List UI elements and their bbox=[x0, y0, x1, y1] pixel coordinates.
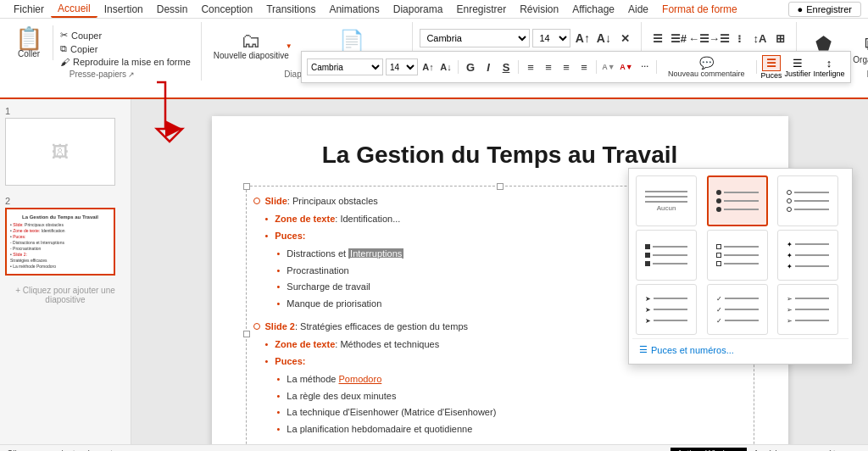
bullet-none-option[interactable]: Aucun bbox=[636, 175, 697, 226]
slide-thumb-2[interactable]: 2 La Gestion du Temps au Travail • Slide… bbox=[5, 196, 125, 276]
bullet-circle bbox=[253, 198, 260, 204]
reproduire-button[interactable]: 🖌 Reproduire la mise en forme bbox=[57, 56, 194, 68]
format-painter-icon: 🖌 bbox=[60, 57, 70, 67]
slide-panel: 1 🖼 2 La Gestion du Temps au Travail • S… bbox=[0, 99, 131, 444]
arrow2-preview: ➢ ➢ ➢ bbox=[787, 295, 829, 325]
slide-mini-title: La Gestion du Temps au Travail bbox=[10, 214, 110, 220]
filled-circle-preview bbox=[716, 190, 759, 212]
bullet-empty-circle-option[interactable] bbox=[777, 175, 838, 226]
menu-dessin[interactable]: Dessin bbox=[150, 2, 195, 17]
bullet: • bbox=[265, 354, 269, 370]
slide-img-1[interactable]: 🖼 bbox=[5, 118, 115, 186]
copy-icon: ⧉ bbox=[60, 43, 67, 54]
menu-conception[interactable]: Conception bbox=[194, 2, 259, 17]
menu-revision[interactable]: Révision bbox=[513, 2, 565, 17]
bullet-arrow1-option[interactable]: ➤ ➤ ➤ bbox=[636, 284, 697, 335]
font-size-decrease-button[interactable]: A↓ bbox=[594, 29, 613, 47]
star-preview: ✦ ✦ ✦ bbox=[787, 241, 829, 270]
bullet-empty-square-option[interactable] bbox=[707, 230, 768, 281]
clipboard-label: Presse-papiers ↗ bbox=[10, 68, 194, 81]
check-preview: ✓ ✓ ✓ bbox=[716, 295, 759, 325]
menu-bar: Fichier Accueil Insertion Dessin Concept… bbox=[0, 0, 868, 19]
paste-icon: 📋 bbox=[15, 27, 42, 49]
handle-tl[interactable] bbox=[243, 183, 250, 190]
bullet: • bbox=[265, 211, 269, 227]
zone-text2: Zone de texte: Méthodes et techniques bbox=[275, 337, 439, 353]
none-label: Aucun bbox=[657, 204, 676, 212]
arrow1-preview: ➤ ➤ ➤ bbox=[645, 295, 687, 325]
new-slide-icon: 🗂 bbox=[241, 31, 261, 51]
empty-sq-preview bbox=[716, 244, 759, 266]
status-right: Activer Windows Accédez aux paramètres p… bbox=[670, 448, 861, 451]
bullet: • bbox=[265, 337, 269, 353]
puces2-label: Puces: bbox=[275, 354, 305, 370]
pomodoro-link: Pomodoro bbox=[339, 374, 382, 384]
none-preview bbox=[645, 191, 687, 203]
font-size-select[interactable]: 14 bbox=[532, 29, 570, 47]
columns-button[interactable]: ⫶ bbox=[730, 29, 748, 47]
windows-activate-badge[interactable]: Activer Windows bbox=[670, 448, 747, 451]
cut-icon: ✂ bbox=[60, 30, 68, 41]
ribbon-clipboard: 📋 Coller ✂ Couper ⧉ Copier bbox=[3, 22, 202, 81]
arrange-icon: ⧉ bbox=[865, 33, 868, 55]
nouvelle-diapo-button[interactable]: 🗂 Nouvelle diapositive ▼ bbox=[209, 29, 294, 62]
slide-num-2: 2 bbox=[5, 196, 125, 206]
font-name-select[interactable]: Cambria bbox=[420, 29, 530, 47]
menu-animations[interactable]: Animations bbox=[322, 2, 386, 17]
bottom-bar: Cliquez pour ajouter des notes Activer W… bbox=[0, 444, 868, 451]
bullets-button[interactable]: ☰ bbox=[648, 29, 667, 47]
text-direction-button[interactable]: ↕A bbox=[750, 29, 769, 47]
bullet-dropdown: Aucun bbox=[628, 168, 853, 365]
menu-fichier[interactable]: Fichier bbox=[7, 2, 51, 17]
highlighted-word: Interruptions bbox=[348, 248, 403, 259]
puces-label: Puces: bbox=[275, 228, 305, 244]
empty-circle-preview bbox=[787, 190, 829, 212]
text-align-button[interactable]: ⊞ bbox=[771, 29, 789, 47]
slide-title: La Gestion du Temps au Travail bbox=[246, 142, 754, 169]
bullet-numbers-link[interactable]: ☰ Puces et numéros... bbox=[632, 338, 849, 360]
menu-insertion[interactable]: Insertion bbox=[97, 2, 150, 17]
bullet-row: • La technique d'Eisenhower (Matrice d'E… bbox=[277, 404, 747, 420]
numbering-button[interactable]: ☰# bbox=[669, 29, 687, 47]
indent-increase-button[interactable]: →☰ bbox=[709, 29, 728, 47]
menu-format-forme[interactable]: Format de forme bbox=[655, 2, 744, 17]
reuse-slides-icon: 📄 bbox=[339, 31, 364, 51]
list-icon: ☰ bbox=[639, 344, 648, 355]
zone-text-label: Zone de texte: Identification... bbox=[275, 211, 400, 227]
menu-accueil[interactable]: Accueil bbox=[51, 1, 97, 18]
bullet: • bbox=[265, 228, 269, 244]
bullet-star-option[interactable]: ✦ ✦ ✦ bbox=[777, 230, 838, 281]
menu-diaporama[interactable]: Diaporama bbox=[387, 2, 450, 17]
slide-thumb-1[interactable]: 1 🖼 bbox=[5, 106, 125, 186]
clear-format-button[interactable]: ✕ bbox=[615, 29, 634, 47]
indent-decrease-button[interactable]: ←☰ bbox=[689, 29, 708, 47]
bullet-check-option[interactable]: ✓ ✓ ✓ bbox=[707, 284, 768, 335]
mic-icon: ● bbox=[798, 4, 804, 14]
menu-enregistrer[interactable]: Enregistrer bbox=[449, 2, 513, 17]
organiser-button[interactable]: ⧉ Organiser bbox=[848, 31, 868, 66]
slide-mini-content: La Gestion du Temps au Travail • Slide: … bbox=[7, 211, 114, 273]
coller-button[interactable]: 📋 Coller bbox=[10, 25, 47, 60]
bullet-row: • La méthode Pomodoro bbox=[277, 371, 747, 387]
font-size-increase-button[interactable]: A↑ bbox=[573, 29, 592, 47]
menu-aide[interactable]: Aide bbox=[621, 2, 655, 17]
bullet-filled-square-option[interactable] bbox=[636, 230, 697, 281]
bullet-filled-circle-option[interactable] bbox=[707, 175, 768, 226]
menu-transitions[interactable]: Transitions bbox=[259, 2, 322, 17]
bullet-circle-2 bbox=[253, 323, 260, 330]
handle-tc[interactable] bbox=[497, 183, 504, 190]
bullet-row: • La planification hebdomadaire et quoti… bbox=[277, 421, 747, 437]
enregistrer-button[interactable]: ● Enregistrer bbox=[788, 2, 861, 17]
slide-img-2[interactable]: La Gestion du Temps au Travail • Slide: … bbox=[5, 208, 115, 276]
handle-ml[interactable] bbox=[243, 331, 250, 337]
slide-label: Slide: Principaux obstacles bbox=[265, 193, 378, 209]
arrow-indicator bbox=[148, 99, 199, 148]
couper-button[interactable]: ✂ Couper bbox=[57, 29, 194, 42]
slide-num-1: 1 bbox=[5, 106, 125, 116]
bullet-options-grid: Aucun bbox=[632, 172, 849, 338]
add-slide-hint[interactable]: + Cliquez pour ajouter une diapositive bbox=[5, 286, 125, 304]
bullet-arrow2-option[interactable]: ➢ ➢ ➢ bbox=[777, 284, 838, 335]
menu-affichage[interactable]: Affichage bbox=[565, 2, 621, 17]
copier-button[interactable]: ⧉ Copier bbox=[57, 42, 194, 55]
bullet-row: • La règle des deux minutes bbox=[277, 388, 747, 404]
